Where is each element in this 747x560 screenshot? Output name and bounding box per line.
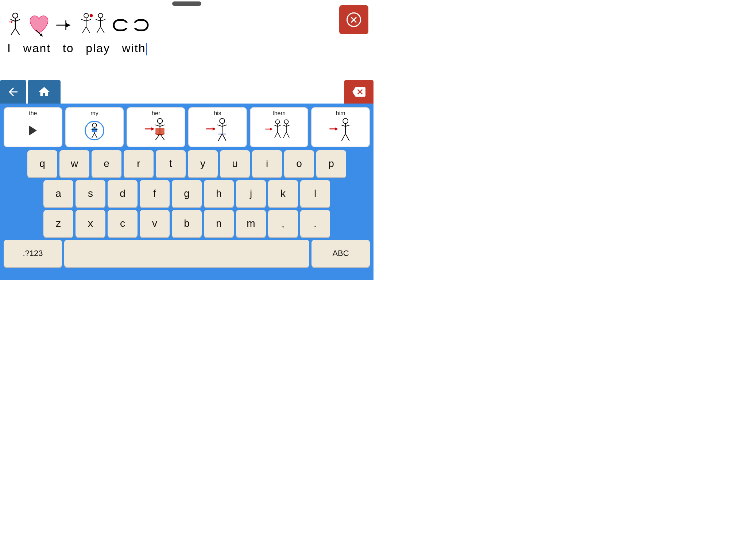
word-label-the: the	[29, 110, 37, 117]
symbol-to	[55, 12, 74, 38]
nav-bar	[0, 80, 374, 104]
key-g[interactable]: g	[172, 180, 202, 207]
svg-rect-31	[92, 128, 97, 132]
svg-line-25	[101, 27, 105, 33]
them-icon	[264, 118, 294, 143]
svg-point-17	[90, 14, 93, 17]
svg-marker-11	[66, 23, 70, 27]
svg-point-13	[84, 13, 88, 18]
back-button[interactable]	[0, 80, 26, 104]
word-symbol-them	[264, 117, 294, 144]
sentence-area: I want to play with	[0, 0, 374, 80]
key-h[interactable]: h	[204, 180, 234, 207]
svg-point-61	[284, 120, 288, 124]
key-i[interactable]: i	[252, 150, 282, 177]
word-card-them[interactable]: them	[250, 107, 309, 147]
key-t[interactable]: t	[156, 150, 186, 177]
svg-line-72	[345, 125, 350, 126]
key-j[interactable]: j	[236, 180, 266, 207]
svg-point-20	[98, 13, 103, 18]
svg-line-5	[15, 28, 19, 35]
word-symbol-her	[143, 117, 169, 144]
word-card-him[interactable]: him	[311, 107, 370, 147]
key-b[interactable]: b	[172, 210, 202, 237]
key-u[interactable]: u	[220, 150, 250, 177]
keyboard-row-1: q w e r t y u i o p	[4, 150, 370, 177]
svg-point-0	[13, 13, 18, 18]
word-symbol-him	[328, 117, 353, 144]
key-r[interactable]: r	[124, 150, 154, 177]
key-space[interactable]	[64, 240, 309, 267]
svg-line-22	[96, 19, 101, 21]
key-c[interactable]: c	[108, 210, 138, 237]
svg-line-41	[160, 125, 165, 126]
svg-marker-54	[270, 128, 272, 131]
symbol-want	[26, 12, 52, 38]
svg-point-55	[275, 120, 279, 124]
back-icon	[7, 85, 20, 98]
svg-line-65	[283, 132, 286, 138]
svg-line-40	[155, 125, 160, 126]
svg-line-32	[92, 133, 94, 138]
svg-line-58	[278, 125, 281, 127]
keyboard-row-2: a s d f g h j k l	[4, 180, 370, 207]
word-card-my[interactable]: my	[65, 107, 124, 147]
svg-line-2	[11, 19, 15, 21]
key-d[interactable]: d	[108, 180, 138, 207]
key-y[interactable]: y	[188, 150, 218, 177]
svg-marker-68	[335, 127, 338, 131]
key-e[interactable]: e	[92, 150, 121, 177]
key-w[interactable]: w	[59, 150, 89, 177]
key-comma[interactable]: ,	[268, 210, 298, 237]
svg-line-49	[222, 125, 227, 126]
word-card-her[interactable]: her	[127, 107, 185, 147]
key-m[interactable]: m	[236, 210, 266, 237]
key-period[interactable]: .	[300, 210, 330, 237]
keyboard-area: the my	[0, 104, 374, 280]
word-card-his[interactable]: his	[188, 107, 247, 147]
word-suggestions-row: the my	[4, 107, 370, 147]
key-q[interactable]: q	[27, 150, 57, 177]
key-l[interactable]: l	[300, 180, 330, 207]
svg-line-71	[341, 125, 345, 126]
word-symbol-my	[85, 117, 104, 144]
close-button[interactable]	[339, 5, 368, 34]
key-abc[interactable]: ABC	[311, 240, 370, 267]
svg-line-59	[275, 132, 278, 138]
key-v[interactable]: v	[140, 210, 170, 237]
delete-button[interactable]	[344, 80, 374, 104]
key-symbols[interactable]: .?123	[4, 240, 62, 267]
key-n[interactable]: n	[204, 210, 234, 237]
symbol-I	[7, 12, 23, 38]
key-a[interactable]: a	[43, 180, 73, 207]
key-s[interactable]: s	[76, 180, 105, 207]
word-label-my: my	[90, 110, 98, 117]
home-button[interactable]	[28, 80, 61, 104]
word-label-him: him	[336, 110, 345, 117]
svg-line-3	[15, 19, 20, 21]
svg-line-57	[274, 125, 278, 127]
sentence-text: I want to play with	[6, 42, 368, 55]
symbol-with	[112, 12, 150, 38]
svg-point-69	[343, 118, 348, 124]
symbols-row	[6, 12, 368, 38]
svg-rect-52	[218, 134, 226, 135]
key-f[interactable]: f	[140, 180, 170, 207]
key-o[interactable]: o	[284, 150, 314, 177]
svg-line-16	[86, 19, 91, 21]
key-z[interactable]: z	[43, 210, 73, 237]
minimize-bar	[172, 1, 201, 6]
close-icon	[347, 12, 361, 27]
svg-line-33	[94, 133, 97, 138]
home-icon	[38, 85, 51, 98]
svg-line-48	[217, 125, 222, 126]
svg-line-24	[97, 27, 101, 33]
my-person-icon	[86, 122, 102, 139]
word-label-his: his	[214, 110, 221, 117]
svg-marker-37	[151, 127, 155, 131]
key-k[interactable]: k	[268, 180, 298, 207]
word-card-the[interactable]: the	[4, 107, 62, 147]
key-p[interactable]: p	[316, 150, 346, 177]
key-x[interactable]: x	[76, 210, 105, 237]
svg-line-60	[278, 132, 280, 138]
